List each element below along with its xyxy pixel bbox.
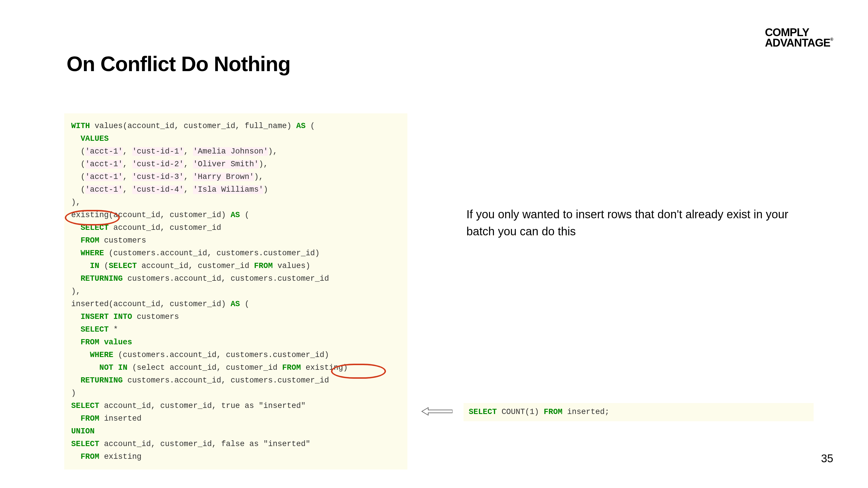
code-text: ,: [184, 160, 193, 168]
kw-as: AS: [230, 300, 240, 308]
code-text: (customers.account_id, customers.custome…: [104, 249, 319, 258]
code-text: values): [273, 262, 310, 270]
code-text: customers.account_id, customers.customer…: [123, 274, 329, 283]
code-text: (: [240, 300, 249, 308]
registered-mark: ®: [830, 37, 833, 42]
code-text: (customers.account_id, customers.custome…: [114, 351, 329, 359]
code-text: select: [137, 363, 165, 372]
code-text: ,: [123, 160, 132, 168]
code-text: ,: [184, 147, 193, 156]
code-text: (: [306, 122, 315, 130]
explanation-text: If you only wanted to insert rows that d…: [466, 206, 796, 240]
code-text: ,: [123, 172, 132, 181]
kw-union: UNION: [71, 427, 95, 436]
kw-insert-into: INSERT INTO: [71, 313, 132, 321]
code-text: ),: [71, 287, 81, 296]
kw-where: WHERE: [71, 249, 104, 258]
code-text: customers.account_id, customers.customer…: [123, 376, 329, 385]
code-text: existing: [99, 452, 142, 461]
code-text: ): [263, 185, 268, 194]
code-text: (: [240, 211, 249, 220]
code-text: (: [99, 262, 108, 270]
kw-as: AS: [296, 122, 306, 130]
kw-returning: RETURNING: [71, 376, 123, 385]
code-text: ,: [123, 185, 132, 194]
code-text: account_id, customer_id, true as "insert…: [99, 401, 306, 410]
code-text: ),: [268, 147, 277, 156]
code-text: account_id, customer_id: [137, 262, 254, 270]
kw-not-in: NOT IN: [71, 363, 127, 372]
kw-from: FROM: [254, 262, 273, 270]
code-text: ),: [71, 198, 81, 207]
slide: COMPLY ADVANTAGE® On Conflict Do Nothing…: [0, 0, 868, 488]
code-text: COUNT(: [497, 408, 529, 416]
code-text: inserted(account_id, customer_id): [71, 300, 230, 308]
str: 'acct-1': [85, 185, 123, 194]
str: 'acct-1': [85, 160, 123, 168]
code-text: inserted;: [562, 408, 609, 416]
code-text: values(account_id, customer_id, full_nam…: [90, 122, 296, 130]
code-text: ): [534, 408, 544, 416]
kw-as: AS: [230, 211, 240, 220]
code-text: ,: [184, 172, 193, 181]
arrow-left-icon: [421, 407, 453, 416]
code-text: (: [71, 185, 85, 194]
code-text: customers: [132, 313, 179, 321]
str: 'cust-id-1': [132, 147, 184, 156]
code-text: account_id, customer_id, false as "inser…: [99, 440, 310, 448]
kw-select: SELECT: [469, 408, 497, 416]
main-code-block: WITH values(account_id, customer_id, ful…: [64, 113, 407, 469]
logo-line2: ADVANTAGE: [765, 37, 830, 49]
kw-select: SELECT: [109, 262, 137, 270]
code-text: (: [127, 363, 136, 372]
code-text: ,: [123, 147, 132, 156]
kw-with: WITH: [71, 122, 90, 130]
brand-logo: COMPLY ADVANTAGE®: [765, 27, 833, 48]
code-text: account_id, customer_id: [165, 363, 282, 372]
str: 'Harry Brown': [193, 172, 254, 181]
str: 'cust-id-3': [132, 172, 184, 181]
kw-from: FROM: [71, 236, 99, 245]
str: 'acct-1': [85, 147, 123, 156]
str: 'cust-id-2': [132, 160, 184, 168]
kw-from: FROM: [544, 408, 562, 416]
page-number: 35: [821, 452, 833, 465]
kw-select: SELECT: [71, 401, 99, 410]
kw-in: IN: [71, 262, 99, 270]
str: 'Oliver Smith': [193, 160, 259, 168]
str: 'Amelia Johnson': [193, 147, 268, 156]
kw-select: SELECT: [71, 224, 109, 232]
slide-title: On Conflict Do Nothing: [66, 52, 290, 76]
kw-from: FROM: [71, 452, 99, 461]
code-text: 1: [530, 408, 534, 416]
str: 'cust-id-4': [132, 185, 184, 194]
kw-from: FROM: [282, 363, 301, 372]
code-text: existing): [301, 363, 348, 372]
code-text: inserted: [99, 414, 142, 423]
kw-returning: RETURNING: [71, 274, 123, 283]
code-text: existing(account_id, customer_id): [71, 211, 230, 220]
code-text: account_id, customer_id: [109, 224, 221, 232]
code-text: *: [109, 325, 118, 334]
kw-select: SELECT: [71, 325, 109, 334]
code-text: ),: [254, 172, 263, 181]
code-text: ): [71, 389, 76, 397]
str: 'acct-1': [85, 172, 123, 181]
str: 'Isla Williams': [193, 185, 263, 194]
aux-code-block: SELECT COUNT(1) FROM inserted;: [464, 403, 814, 421]
code-text: (: [71, 172, 85, 181]
kw-values: VALUES: [71, 134, 109, 143]
code-text: customers: [99, 236, 146, 245]
code-text: ),: [259, 160, 268, 168]
kw-from: FROM: [71, 414, 99, 423]
kw-select: SELECT: [71, 440, 99, 448]
code-text: (: [71, 160, 85, 168]
code-text: (: [71, 147, 85, 156]
code-text: ,: [184, 185, 193, 194]
kw-from-values: FROM values: [71, 338, 132, 347]
kw-where: WHERE: [71, 351, 114, 359]
